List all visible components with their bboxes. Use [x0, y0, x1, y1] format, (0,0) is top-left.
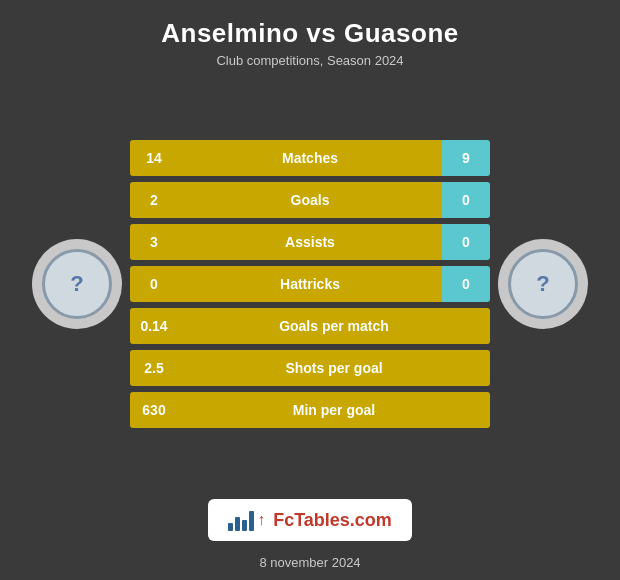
stat-left-value: 0.14 [130, 308, 178, 344]
arrow-up-icon: ↑ [257, 511, 265, 529]
header: Anselmino vs Guasone Club competitions, … [0, 0, 620, 76]
avatar-right-icon: ? [536, 271, 549, 297]
stat-left-value: 2 [130, 182, 178, 218]
stats-container: 14Matches92Goals03Assists00Hattricks00.1… [130, 140, 490, 428]
stat-row-shots-per-goal: 2.5Shots per goal [130, 350, 490, 386]
stat-row-matches: 14Matches9 [130, 140, 490, 176]
player-avatar-left: ? [32, 239, 122, 329]
watermark-text: FcTables.com [273, 510, 392, 531]
stat-row-min-per-goal: 630Min per goal [130, 392, 490, 428]
avatar-left-icon: ? [70, 271, 83, 297]
watermark-suffix: .com [350, 510, 392, 530]
stat-left-value: 14 [130, 140, 178, 176]
watermark: ↑ FcTables.com [208, 499, 412, 541]
main-content: ? 14Matches92Goals03Assists00Hattricks00… [0, 76, 620, 491]
subtitle: Club competitions, Season 2024 [20, 53, 600, 68]
stat-left-value: 0 [130, 266, 178, 302]
stat-label: Hattricks [178, 266, 442, 302]
stat-label: Assists [178, 224, 442, 260]
stat-row-goals-per-match: 0.14Goals per match [130, 308, 490, 344]
avatar-left-inner: ? [42, 249, 112, 319]
watermark-brand: FcTables [273, 510, 350, 530]
stat-left-value: 630 [130, 392, 178, 428]
stat-right-value: 0 [442, 224, 490, 260]
stat-row-goals: 2Goals0 [130, 182, 490, 218]
stat-label: Shots per goal [178, 350, 490, 386]
stat-right-value: 9 [442, 140, 490, 176]
player-avatar-right: ? [498, 239, 588, 329]
footer-date: 8 november 2024 [259, 549, 360, 580]
watermark-icon: ↑ [228, 509, 265, 531]
stat-row-hattricks: 0Hattricks0 [130, 266, 490, 302]
stat-label: Matches [178, 140, 442, 176]
chart-icon [228, 509, 254, 531]
stat-label: Goals per match [178, 308, 490, 344]
stat-label: Goals [178, 182, 442, 218]
avatar-right-inner: ? [508, 249, 578, 319]
page-title: Anselmino vs Guasone [20, 18, 600, 49]
stat-row-assists: 3Assists0 [130, 224, 490, 260]
stat-right-value: 0 [442, 266, 490, 302]
stat-right-value: 0 [442, 182, 490, 218]
stat-left-value: 3 [130, 224, 178, 260]
stat-left-value: 2.5 [130, 350, 178, 386]
stat-label: Min per goal [178, 392, 490, 428]
